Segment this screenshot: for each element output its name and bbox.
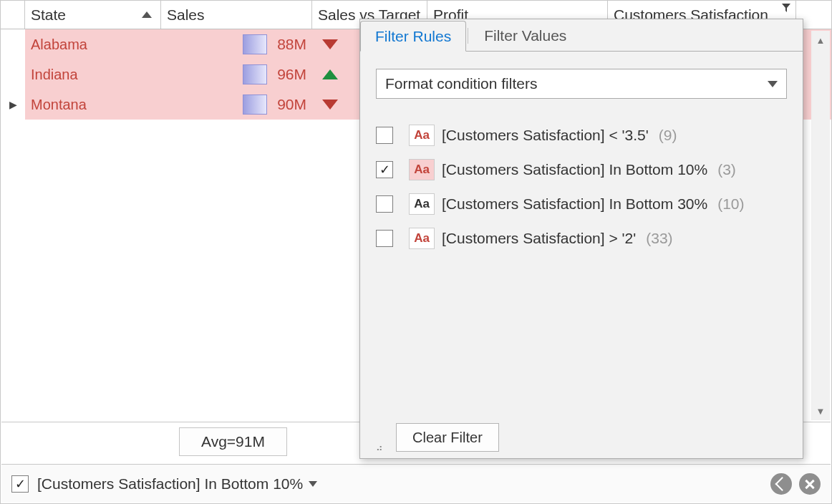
rule-checkbox[interactable]	[376, 127, 393, 144]
tab-filter-values[interactable]: Filter Values	[470, 21, 581, 51]
tab-filter-rules[interactable]: Filter Rules	[360, 21, 466, 52]
clear-filter-button[interactable]: Clear Filter	[396, 423, 499, 452]
format-style-icon: Aa	[409, 159, 435, 180]
app-root: State Sales Sales vs Target Profit Custo…	[0, 0, 832, 504]
sales-value: 90M	[277, 96, 306, 113]
summary-avg-button[interactable]: Avg=91M	[179, 427, 287, 456]
condition-type-combo[interactable]: Format condition filters	[376, 69, 787, 99]
row-expander[interactable]	[1, 29, 25, 59]
sales-swatch-icon	[243, 64, 267, 84]
popup-body: Format condition filters Aa [Customers S…	[360, 52, 803, 417]
sales-swatch-icon	[243, 94, 267, 115]
rule-count: (9)	[659, 127, 677, 144]
rule-text: [Customers Satisfaction] > '2'	[442, 230, 636, 247]
trend-down-icon	[322, 100, 338, 110]
rule-checkbox[interactable]	[376, 195, 393, 213]
clear-filter-label: Clear Filter	[412, 430, 483, 446]
column-header-sales[interactable]: Sales	[161, 1, 312, 29]
rule-count: (33)	[646, 230, 672, 247]
row-expander[interactable]	[1, 59, 25, 89]
rule-count: (10)	[717, 195, 744, 213]
filter-rule-list: Aa [Customers Satisfaction] < '3.5' (9) …	[376, 125, 787, 249]
filter-rule-item[interactable]: Aa [Customers Satisfaction] In Bottom 10…	[376, 159, 787, 180]
filter-popup: Filter Rules Filter Values Format condit…	[359, 19, 803, 459]
cell-state: Montana	[25, 89, 161, 120]
chevron-down-icon[interactable]	[309, 481, 317, 487]
cell-sales: 90M	[161, 89, 312, 120]
trend-up-icon	[322, 69, 338, 79]
state-label: Indiana	[31, 67, 78, 83]
rule-text: [Customers Satisfaction] < '3.5'	[442, 127, 649, 144]
scroll-up-icon[interactable]: ▲	[811, 31, 830, 49]
state-label: Alabama	[31, 37, 87, 53]
summary-avg-label: Avg=91M	[201, 433, 265, 450]
cell-sales: 96M	[161, 59, 312, 89]
filter-rule-item[interactable]: Aa [Customers Satisfaction] In Bottom 30…	[376, 193, 787, 215]
cell-state: Indiana	[25, 59, 161, 89]
column-header-label: Sales	[167, 6, 205, 24]
resize-handle-icon[interactable]: ⣠	[376, 440, 383, 450]
column-header-label: State	[31, 6, 66, 24]
rule-count: (3)	[717, 161, 736, 178]
popup-footer: ⣠ Clear Filter	[360, 417, 803, 458]
sales-value: 96M	[277, 66, 306, 83]
edit-filter-button[interactable]	[770, 473, 792, 495]
filter-panel: [Customers Satisfaction] In Bottom 10%	[1, 464, 831, 503]
rule-checkbox[interactable]	[376, 230, 393, 247]
pencil-icon	[775, 477, 790, 491]
column-header-state[interactable]: State	[25, 1, 161, 29]
cell-state: Alabama	[25, 29, 161, 59]
expander-column-header	[1, 1, 25, 29]
sales-value: 88M	[277, 36, 306, 53]
tab-divider	[468, 28, 468, 44]
combo-label: Format condition filters	[385, 75, 537, 92]
close-filter-button[interactable]	[799, 473, 821, 495]
cell-sales: 88M	[161, 29, 312, 59]
sort-ascending-icon	[142, 11, 152, 18]
close-icon	[804, 478, 816, 490]
popup-tabs: Filter Rules Filter Values	[360, 19, 803, 51]
state-label: Montana	[31, 97, 87, 113]
chevron-down-icon	[768, 81, 778, 87]
filter-rule-item[interactable]: Aa [Customers Satisfaction] < '3.5' (9)	[376, 125, 787, 146]
tab-label: Filter Rules	[375, 28, 451, 45]
scroll-down-icon[interactable]: ▼	[811, 402, 830, 420]
filter-panel-checkbox[interactable]	[11, 475, 29, 493]
format-style-icon: Aa	[409, 228, 435, 249]
trend-down-icon	[322, 39, 338, 49]
filter-rule-item[interactable]: Aa [Customers Satisfaction] > '2' (33)	[376, 228, 787, 249]
rule-checkbox[interactable]	[376, 161, 393, 178]
vertical-scrollbar[interactable]: ▲ ▼	[811, 31, 830, 420]
sales-swatch-icon	[243, 34, 267, 54]
rule-text: [Customers Satisfaction] In Bottom 10%	[442, 161, 707, 178]
row-expander[interactable]: ▶	[1, 89, 25, 120]
tab-label: Filter Values	[484, 27, 566, 44]
rule-text: [Customers Satisfaction] In Bottom 30%	[442, 195, 707, 213]
filter-panel-text[interactable]: [Customers Satisfaction] In Bottom 10%	[37, 475, 303, 493]
format-style-icon: Aa	[409, 193, 435, 215]
format-style-icon: Aa	[409, 125, 435, 146]
filter-icon[interactable]	[781, 3, 791, 15]
